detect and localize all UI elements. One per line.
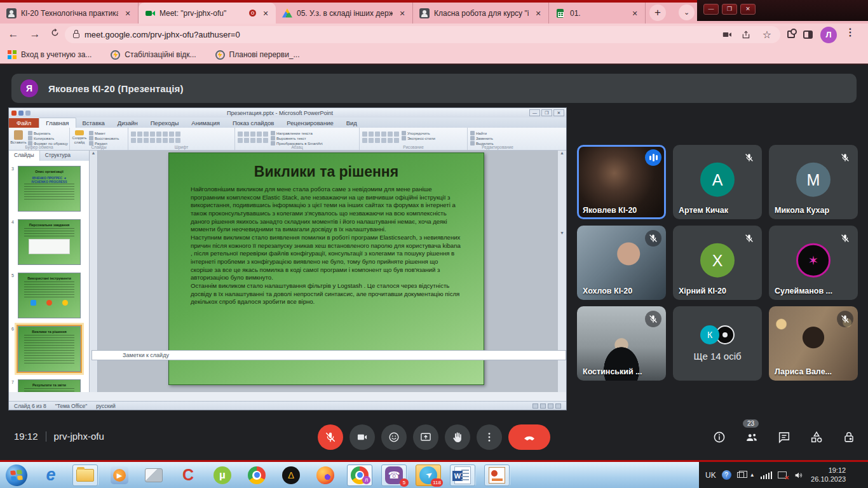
participants-icon[interactable]: 23 xyxy=(744,430,759,445)
signal-strength-icon[interactable] xyxy=(761,471,773,479)
help-tray-icon[interactable]: ? xyxy=(722,470,731,480)
replace-button[interactable]: Заменить xyxy=(470,136,494,140)
taskbar-viber[interactable]: ☎ 5 xyxy=(381,464,407,486)
ppt-tab-file[interactable]: Файл xyxy=(9,118,39,128)
tab-drive-doc[interactable]: 05. У.з. в складі інших держав ✕ xyxy=(276,3,413,24)
paragraph-buttons[interactable] xyxy=(238,129,268,144)
taskbar-internet-explorer[interactable]: e xyxy=(38,464,64,486)
taskbar-aimp[interactable]: Δ xyxy=(278,464,304,486)
ppt-tab-review[interactable]: Рецензирование xyxy=(280,118,339,128)
new-tab-button[interactable]: + xyxy=(649,4,666,21)
ppt-tab-design[interactable]: Дизайн xyxy=(111,118,144,128)
arrange-button[interactable]: Упорядочить xyxy=(402,131,435,135)
ppt-tab-transitions[interactable]: Переходы xyxy=(144,118,186,128)
meeting-details-icon[interactable] xyxy=(712,430,727,445)
minimize-button[interactable]: — xyxy=(703,4,719,15)
tab-search-button[interactable]: ⌄ xyxy=(679,4,695,20)
end-call-button[interactable] xyxy=(508,424,550,450)
network-disconnected-icon[interactable] xyxy=(778,471,788,479)
taskbar-chrome-profile[interactable]: Л xyxy=(347,464,372,486)
view-buttons[interactable] xyxy=(532,403,561,409)
paste-button[interactable]: Вставить xyxy=(11,129,25,144)
camera-permission-icon[interactable] xyxy=(722,29,736,40)
ppt-quick-access-toolbar[interactable] xyxy=(11,111,31,116)
panel-tab-outline[interactable]: Структура xyxy=(40,151,76,161)
browser-profile-avatar[interactable]: Л xyxy=(820,27,837,43)
ppt-minimize-button[interactable]: — xyxy=(529,109,540,116)
shapes-gallery[interactable] xyxy=(362,129,399,144)
ppt-maximize-button[interactable]: ❐ xyxy=(541,109,552,116)
show-hidden-icons[interactable]: ▲ xyxy=(750,472,755,478)
ppt-tab-view[interactable]: Вид xyxy=(340,118,363,128)
bookmark-ms-login[interactable]: Вход в учетную за... xyxy=(8,50,92,59)
ppt-close-button[interactable]: ✕ xyxy=(553,109,564,116)
layout-button[interactable]: Макет xyxy=(89,131,119,135)
activities-icon[interactable] xyxy=(809,430,824,445)
slide-thumbnail-5[interactable]: 5 Використані інструменти xyxy=(18,273,81,318)
slide-thumbnail-6-selected[interactable]: 6 Виклики та рішення xyxy=(18,326,81,372)
share-icon[interactable] xyxy=(741,30,755,40)
taskbar-firefox[interactable] xyxy=(313,464,338,486)
participant-tile-kychak[interactable]: А Артем Кичак xyxy=(673,145,762,219)
mic-muted-button[interactable] xyxy=(318,424,343,450)
ppt-tab-animation[interactable]: Анимация xyxy=(185,118,226,128)
bookmark-stabilization[interactable]: Стабілізаційні відк... xyxy=(111,50,196,60)
participant-tile-khirnyi[interactable]: Х Хірний КІ-20 xyxy=(673,226,762,300)
more-options-button[interactable] xyxy=(477,424,502,450)
ppt-tab-home[interactable]: Главная xyxy=(39,118,76,128)
ppt-notes-area[interactable]: Заметки к слайду xyxy=(92,350,566,360)
host-controls-icon[interactable] xyxy=(841,430,857,445)
reload-button[interactable] xyxy=(50,27,64,38)
bookmark-star-icon[interactable]: ☆ xyxy=(760,29,774,41)
reset-button[interactable]: Восстановить xyxy=(89,136,119,140)
panel-tab-slides[interactable]: Слайды xyxy=(9,151,40,161)
taskbar-scanner[interactable] xyxy=(141,464,166,486)
tab-sheet-01[interactable]: 01. ✕ xyxy=(549,3,646,24)
participant-tile-khokhlov[interactable]: Хохлов КІ-20 xyxy=(577,226,666,300)
maximize-button[interactable]: ❐ xyxy=(722,4,737,15)
find-button[interactable]: Найти xyxy=(470,131,494,135)
participant-tile-kukhar[interactable]: М Микола Кухар xyxy=(769,145,858,219)
browser-menu-icon[interactable]: ⋮ xyxy=(845,26,855,38)
undo-icon[interactable] xyxy=(25,111,31,116)
ppt-tab-slideshow[interactable]: Показ слайдов xyxy=(226,118,280,128)
copy-button[interactable]: Копировать xyxy=(28,136,68,140)
save-icon[interactable] xyxy=(18,111,24,116)
align-text-button[interactable]: Выровнять текст xyxy=(271,136,323,140)
new-slide-button[interactable]: Создать слайд xyxy=(72,129,86,144)
side-panel-icon[interactable] xyxy=(803,30,813,39)
back-button[interactable]: ← xyxy=(6,28,20,41)
start-button[interactable] xyxy=(4,464,29,486)
taskbar-explorer[interactable] xyxy=(72,464,98,486)
tab-close-icon[interactable]: ✕ xyxy=(123,8,133,18)
forward-button[interactable]: → xyxy=(28,28,42,41)
taskbar-word[interactable]: W xyxy=(450,464,475,486)
extensions-icon[interactable] xyxy=(787,30,795,38)
volume-icon[interactable] xyxy=(794,470,804,480)
font-buttons[interactable] xyxy=(131,129,180,144)
chat-icon[interactable] xyxy=(776,430,792,445)
tab-close-icon[interactable]: ✕ xyxy=(261,8,271,18)
participant-tile-larysa[interactable]: Лариса Вале... xyxy=(769,306,858,381)
tab-close-icon[interactable]: ✕ xyxy=(533,8,543,18)
taskbar-powerpoint[interactable] xyxy=(484,464,510,486)
participant-tile-yakovlev[interactable]: Яковлев КІ-20 xyxy=(577,145,666,219)
quick-styles-button[interactable]: Экспресс-стили xyxy=(402,136,435,140)
address-bar[interactable]: meet.google.com/prv-jphx-ofu?authuser=0 … xyxy=(65,26,780,43)
camera-button[interactable] xyxy=(349,424,375,450)
overflow-participants-tile[interactable]: К Ще 14 осіб xyxy=(673,306,762,381)
tab-close-icon[interactable]: ✕ xyxy=(630,8,640,18)
cut-button[interactable]: Вырезать xyxy=(28,131,68,135)
language-switcher[interactable]: UK xyxy=(705,471,716,480)
present-screen-button[interactable] xyxy=(413,424,438,450)
ppt-tab-insert[interactable]: Вставка xyxy=(76,118,111,128)
participant-tile-kostynskyi[interactable]: Костинський ... xyxy=(577,306,666,381)
taskbar-chrome[interactable] xyxy=(244,464,269,486)
window-tray-icon[interactable] xyxy=(737,472,744,478)
taskbar-utorrent[interactable]: µ xyxy=(210,464,235,486)
bookmark-outages[interactable]: Планові перерви_... xyxy=(215,50,300,60)
taskbar-media-player[interactable]: ▶ xyxy=(107,464,132,486)
tray-clock[interactable]: 19:12 26.10.2023 xyxy=(811,466,846,484)
text-direction-button[interactable]: Направление текста xyxy=(271,131,323,135)
tab-close-icon[interactable]: ✕ xyxy=(397,8,407,18)
